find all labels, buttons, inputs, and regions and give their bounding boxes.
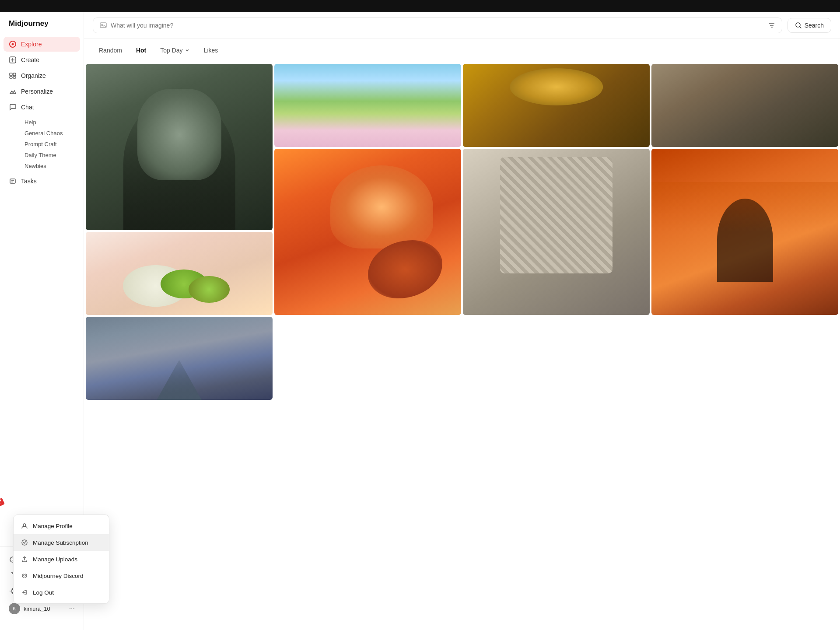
tab-hot[interactable]: Hot [130, 44, 152, 56]
discord-icon [21, 572, 28, 580]
context-menu-logout[interactable]: Log Out [14, 584, 109, 601]
personalize-icon [9, 88, 17, 95]
chat-icon [9, 103, 17, 111]
tab-random[interactable]: Random [93, 44, 128, 56]
sidebar-sub-newbies[interactable]: Newbies [21, 161, 80, 171]
context-menu-manage-uploads[interactable]: Manage Uploads [14, 551, 109, 567]
grid-image-3[interactable] [463, 64, 650, 147]
sidebar-nav: Explore Create [0, 37, 84, 546]
sidebar-sub-prompt-craft[interactable]: Prompt Craft [21, 139, 80, 149]
sidebar-item-organize[interactable]: Organize [4, 68, 80, 83]
app-body: Midjourney Explore [0, 12, 840, 630]
grid-image-1[interactable] [86, 64, 273, 230]
sidebar-sub-daily-theme[interactable]: Daily Theme [21, 150, 80, 160]
organize-icon [9, 72, 17, 80]
avatar-initials: K [13, 606, 16, 611]
sidebar-sub-help[interactable]: Help [21, 117, 80, 127]
tasks-icon [9, 177, 17, 185]
svg-point-1 [12, 43, 14, 46]
sidebar-item-chat[interactable]: Chat [4, 100, 80, 115]
manage-subscription-icon [21, 539, 28, 546]
svg-rect-7 [10, 77, 12, 78]
search-input[interactable] [111, 22, 764, 29]
sidebar-item-personalize[interactable]: Personalize [4, 84, 80, 99]
context-menu-discord[interactable]: Midjourney Discord [14, 567, 109, 584]
grid-image-8[interactable] [86, 232, 273, 315]
svg-point-19 [23, 524, 26, 526]
tab-top-day[interactable]: Top Day [154, 44, 196, 56]
svg-rect-6 [13, 73, 16, 76]
sidebar-sub-general-chaos[interactable]: General Chaos [21, 128, 80, 138]
sidebar-item-tasks[interactable]: Tasks [4, 174, 80, 189]
sidebar: Midjourney Explore [0, 12, 84, 630]
image-grid [84, 62, 840, 630]
app-logo: Midjourney [0, 19, 84, 37]
context-menu: ➜ Manage Profile Manag [13, 514, 109, 604]
user-more-icon[interactable]: ··· [69, 605, 75, 612]
chat-sub-nav: Help General Chaos Prompt Craft Daily Th… [4, 116, 80, 173]
tab-likes[interactable]: Likes [198, 44, 224, 56]
grid-image-5[interactable] [274, 149, 461, 315]
svg-point-22 [25, 575, 26, 576]
svg-point-20 [22, 540, 27, 545]
sidebar-item-create[interactable]: Create [4, 52, 80, 67]
svg-rect-9 [10, 179, 15, 183]
grid-image-9[interactable] [86, 317, 273, 400]
context-menu-manage-subscription[interactable]: Manage Subscription [14, 534, 109, 551]
grid-image-6[interactable] [463, 149, 650, 315]
create-icon [9, 56, 17, 64]
filter-tabs: Random Hot Top Day Likes [84, 39, 840, 62]
search-bar-image-icon [99, 21, 107, 29]
manage-profile-icon [21, 522, 28, 530]
search-bar[interactable] [93, 18, 782, 33]
svg-rect-23 [100, 23, 106, 28]
username: kimura_10 [24, 606, 66, 612]
svg-point-21 [23, 575, 24, 576]
svg-rect-5 [10, 73, 12, 76]
grid-image-4[interactable] [651, 64, 838, 147]
grid-image-7[interactable] [651, 149, 838, 315]
svg-rect-8 [13, 77, 16, 78]
svg-line-29 [800, 27, 801, 28]
manage-uploads-icon [21, 555, 28, 563]
explore-icon [9, 40, 17, 48]
main-content: Search Random Hot Top Day Likes [84, 12, 840, 630]
top-bar [0, 0, 840, 12]
grid-image-2[interactable] [274, 64, 461, 147]
filter-icon[interactable] [768, 21, 776, 29]
context-menu-manage-profile[interactable]: Manage Profile [14, 518, 109, 534]
logout-icon [21, 588, 28, 596]
search-button[interactable]: Search [788, 18, 831, 33]
top-header: Search [84, 12, 840, 39]
sidebar-item-explore[interactable]: Explore [4, 37, 80, 52]
avatar: K [9, 603, 20, 614]
